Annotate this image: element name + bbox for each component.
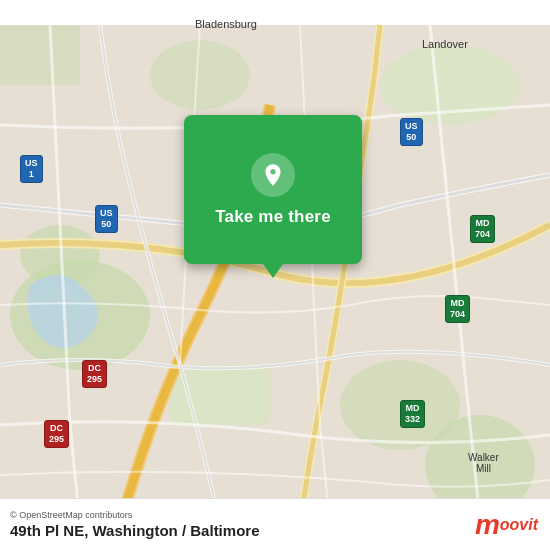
moovit-logo: m oovit <box>475 511 538 539</box>
svg-rect-3 <box>170 365 270 425</box>
shield-us50-left: US50 <box>95 205 118 233</box>
bottom-bar: © OpenStreetMap contributors 49th Pl NE,… <box>0 498 550 550</box>
moovit-rest-text: oovit <box>500 516 538 534</box>
osm-attribution: © OpenStreetMap contributors <box>10 510 259 520</box>
map-container: Bladensburg Landover WalkerMill US1 US50… <box>0 0 550 550</box>
shield-us1: US1 <box>20 155 43 183</box>
svg-point-8 <box>150 40 250 110</box>
shield-dc295-left: DC295 <box>82 360 107 388</box>
shield-md704-right: MD704 <box>470 215 495 243</box>
take-me-there-button[interactable]: Take me there <box>184 115 362 264</box>
label-landover: Landover <box>422 38 468 50</box>
shield-us50-right: US50 <box>400 118 423 146</box>
take-me-there-label: Take me there <box>215 207 331 227</box>
location-pin-icon <box>251 153 295 197</box>
moovit-m-letter: m <box>475 511 500 539</box>
svg-rect-6 <box>0 25 80 85</box>
bottom-left: © OpenStreetMap contributors 49th Pl NE,… <box>10 510 259 539</box>
shield-dc295-lower: DC295 <box>44 420 69 448</box>
location-name: 49th Pl NE, Washington / Baltimore <box>10 522 259 539</box>
shield-md332: MD332 <box>400 400 425 428</box>
label-walker-mill: WalkerMill <box>468 452 499 474</box>
shield-md704-lower: MD704 <box>445 295 470 323</box>
label-bladensburg: Bladensburg <box>195 18 257 30</box>
